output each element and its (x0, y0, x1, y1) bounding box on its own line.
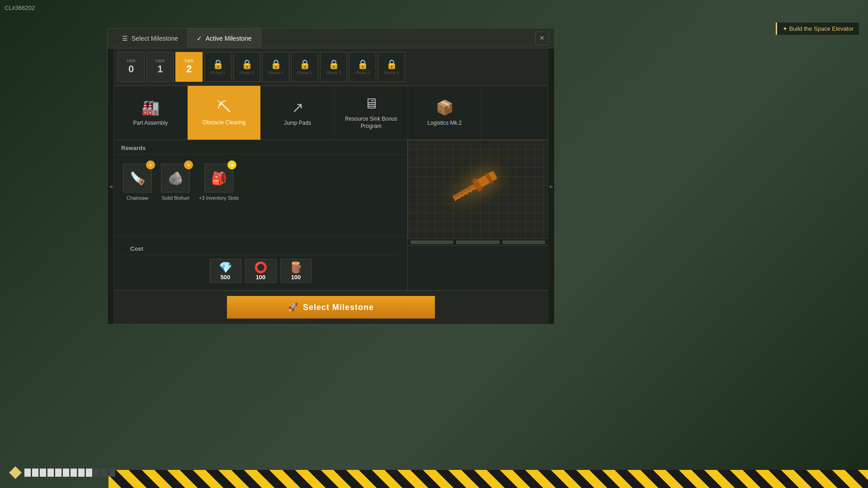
wood-qty: 100 (291, 274, 301, 281)
health-seg-4 (47, 469, 54, 477)
health-seg-12 (109, 469, 115, 477)
quest-indicator: ✦ Build the Space Elevator (776, 23, 859, 35)
biofuel-label: Solid Biofuel (161, 195, 189, 201)
health-seg-5 (55, 469, 61, 477)
tier-tab-phase1a[interactable]: 🔒 Phase 1 (204, 52, 231, 82)
health-seg-9 (86, 469, 92, 477)
obstacle-clearing-label: Obstacle Clearing (203, 119, 245, 127)
health-seg-11 (101, 469, 108, 477)
obstacle-clearing-icon: ⛏ (217, 99, 231, 116)
quest-label: Build the Space Elevator (789, 25, 854, 32)
logistics-icon: 📦 (436, 99, 454, 116)
reward-chainsaw[interactable]: + 🪚 Chainsaw (123, 164, 152, 227)
chainsaw-icon: 🪚 (130, 171, 146, 186)
tier-tab-phase2a[interactable]: 🔒 Phase 2 (262, 52, 289, 82)
milestone-spacer (481, 86, 548, 140)
part-assembly-icon: 🏭 (142, 99, 160, 116)
health-seg-1 (24, 469, 31, 477)
preview-bar-seg-1 (410, 240, 453, 244)
close-button[interactable]: × (535, 32, 549, 45)
chainsaw-badge: + (146, 160, 155, 169)
jump-pads-icon: ↗ (292, 99, 304, 116)
health-seg-7 (71, 469, 77, 477)
scroll-left[interactable]: ◀ (108, 48, 114, 324)
resource-sink-icon: 🖥 (364, 95, 378, 112)
rewards-label: Rewards (114, 140, 407, 155)
tab-select-milestone[interactable]: ☰ Select Milestone (113, 28, 188, 48)
scroll-right[interactable]: ▶ (548, 48, 554, 324)
health-seg-3 (40, 469, 46, 477)
tab-active-milestone[interactable]: ✓ Active Milestone (188, 28, 261, 48)
preview-box (408, 140, 548, 239)
chainsaw-icon-box: + 🪚 (123, 164, 152, 192)
modal-header: ☰ Select Milestone ✓ Active Milestone × (108, 28, 554, 48)
chainsaw-label: Chainsaw (127, 195, 148, 201)
modal-footer: 🚀 Select Milestone (114, 290, 548, 324)
menu-icon: ☰ (122, 35, 128, 42)
modal-body: Tier 0 Tier 1 Tier 2 🔒 Phase 1 (114, 48, 548, 324)
cost-iron-ore: 💎 500 (210, 259, 241, 283)
tier-tab-phase2b[interactable]: 🔒 Phase 2 (291, 52, 318, 82)
tier-tab-phase1b[interactable]: 🔒 Phase 1 (233, 52, 260, 82)
reward-inventory-slots[interactable]: ★ 🎒 +3 Inventory Slots (199, 164, 239, 227)
health-icon (9, 466, 22, 479)
rocket-icon: 🚀 (288, 302, 298, 312)
preview-bar-seg-3 (502, 240, 545, 244)
right-panel (408, 140, 548, 290)
wood-icon: 🪵 (289, 261, 303, 274)
rewards-area: + 🪚 Chainsaw + 🪨 Solid Biofuel (114, 155, 407, 236)
preview-bar (408, 239, 548, 245)
tier-tab-phase3a[interactable]: 🔒 Phase 3 (320, 52, 347, 82)
quest-icon: ✦ (783, 25, 789, 32)
milestone-part-assembly[interactable]: 🏭 Part Assembly (114, 86, 188, 140)
milestone-modal: ☰ Select Milestone ✓ Active Milestone × … (107, 28, 555, 324)
tier-tab-1[interactable]: Tier 1 (146, 52, 174, 82)
inventory-icon-box: ★ 🎒 (204, 164, 233, 192)
modal-inner: ◀ Tier 0 Tier 1 Tier 2 (108, 48, 554, 324)
health-segments (24, 469, 115, 477)
tier-tab-phase4[interactable]: 🔒 Phase 4 (378, 52, 405, 82)
health-bar (9, 466, 115, 479)
tier-tab-phase3b[interactable]: 🔒 Phase 3 (349, 52, 376, 82)
select-milestone-button[interactable]: 🚀 Select Milestone (227, 296, 435, 319)
tier-tab-2[interactable]: Tier 2 (175, 52, 203, 82)
biofuel-badge: + (184, 160, 193, 169)
health-seg-8 (78, 469, 85, 477)
milestone-jump-pads[interactable]: ↗ Jump Pads (261, 86, 335, 140)
check-icon: ✓ (197, 35, 202, 42)
cost-wood: 🪵 100 (280, 259, 312, 283)
hazard-stripe (108, 470, 868, 488)
biofuel-icon-box: + 🪨 (161, 164, 190, 192)
milestone-row: 🏭 Part Assembly ⛏ Obstacle Clearing ↗ Ju… (114, 86, 548, 140)
preview-description (408, 245, 548, 290)
tab-select-label: Select Milestone (132, 35, 178, 42)
milestone-logistics[interactable]: 📦 Logistics Mk.2 (408, 86, 482, 140)
left-panel: Rewards + 🪚 Chainsaw + � (114, 140, 408, 290)
preview-bar-seg-2 (456, 240, 499, 244)
tier-tab-0[interactable]: Tier 0 (118, 52, 145, 82)
limestone-icon: ⭕ (254, 261, 268, 274)
iron-ore-qty: 500 (221, 274, 231, 281)
inventory-label: +3 Inventory Slots (199, 195, 239, 201)
milestone-obstacle-clearing[interactable]: ⛏ Obstacle Clearing (188, 86, 261, 140)
tab-active-label: Active Milestone (206, 35, 252, 42)
inventory-badge: ★ (227, 160, 236, 169)
part-assembly-label: Part Assembly (133, 120, 168, 127)
health-seg-10 (94, 469, 100, 477)
cost-items: 💎 500 ⭕ 100 🪵 100 (123, 255, 398, 283)
limestone-qty: 100 (256, 274, 266, 281)
cost-limestone: ⭕ 100 (245, 259, 277, 283)
milestone-resource-sink[interactable]: 🖥 Resource Sink Bonus Program (335, 86, 408, 140)
select-btn-label: Select Milestone (303, 303, 374, 312)
iron-ore-icon: 💎 (219, 261, 232, 274)
tier-row: Tier 0 Tier 1 Tier 2 🔒 Phase 1 (114, 48, 548, 86)
cl-badge: CL#366202 (5, 5, 35, 11)
biofuel-icon: 🪨 (168, 171, 184, 186)
reward-solid-biofuel[interactable]: + 🪨 Solid Biofuel (161, 164, 190, 227)
resource-sink-label: Resource Sink Bonus Program (338, 116, 404, 130)
jump-pads-label: Jump Pads (284, 120, 311, 127)
logistics-label: Logistics Mk.2 (428, 120, 462, 127)
health-seg-6 (63, 469, 69, 477)
cost-label: Cost (123, 241, 398, 255)
content-area: Rewards + 🪚 Chainsaw + � (114, 140, 548, 290)
